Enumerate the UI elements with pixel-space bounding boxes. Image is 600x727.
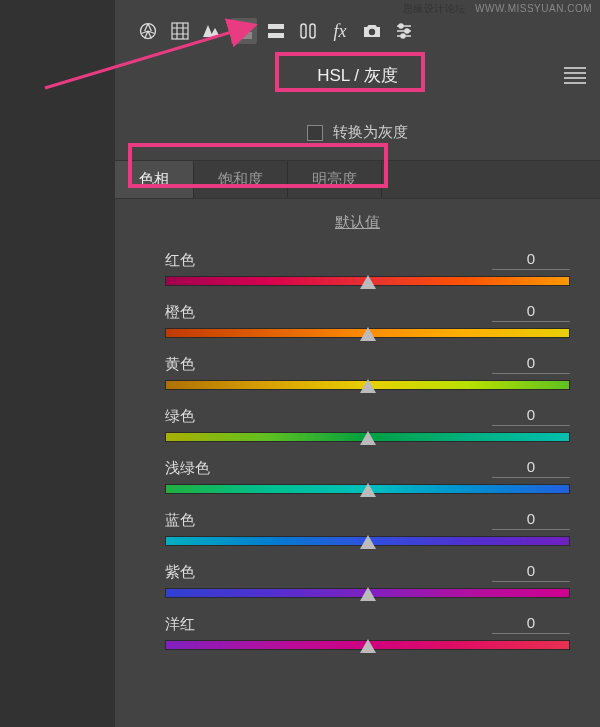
svg-point-10 xyxy=(405,29,409,33)
slider-track[interactable] xyxy=(165,328,570,338)
slider-thumb[interactable] xyxy=(360,587,376,601)
tab-luminance[interactable]: 明亮度 xyxy=(288,161,382,198)
slider-value[interactable]: 0 xyxy=(492,406,570,426)
slider-label: 橙色 xyxy=(165,303,195,322)
svg-rect-2 xyxy=(236,23,252,30)
slider-label: 黄色 xyxy=(165,355,195,374)
grayscale-label: 转换为灰度 xyxy=(333,123,408,142)
slider-row: 浅绿色0 xyxy=(165,458,570,494)
slider-label: 浅绿色 xyxy=(165,459,210,478)
slider-thumb[interactable] xyxy=(360,275,376,289)
slider-track[interactable] xyxy=(165,536,570,546)
slider-label: 蓝色 xyxy=(165,511,195,530)
hsl-tabs: 色相 饱和度 明亮度 xyxy=(115,160,600,199)
svg-rect-5 xyxy=(268,33,284,38)
svg-rect-4 xyxy=(268,24,284,29)
svg-point-9 xyxy=(399,24,403,28)
slider-track[interactable] xyxy=(165,432,570,442)
slider-row: 紫色0 xyxy=(165,562,570,598)
slider-thumb[interactable] xyxy=(360,639,376,653)
camera-icon[interactable] xyxy=(359,18,385,44)
slider-track[interactable] xyxy=(165,276,570,286)
lens-icon[interactable] xyxy=(295,18,321,44)
panel-title: HSL / 灰度 xyxy=(297,58,418,93)
triangles-icon[interactable] xyxy=(199,18,225,44)
slider-label: 洋红 xyxy=(165,615,195,634)
slider-value[interactable]: 0 xyxy=(492,354,570,374)
hsl-panel-icon[interactable] xyxy=(231,18,257,44)
sliders-icon[interactable] xyxy=(391,18,417,44)
tab-hue[interactable]: 色相 xyxy=(115,161,194,198)
slider-value[interactable]: 0 xyxy=(492,510,570,530)
slider-thumb[interactable] xyxy=(360,327,376,341)
slider-row: 橙色0 xyxy=(165,302,570,338)
slider-track[interactable] xyxy=(165,640,570,650)
slider-track[interactable] xyxy=(165,588,570,598)
slider-label: 绿色 xyxy=(165,407,195,426)
svg-point-8 xyxy=(369,29,375,35)
fx-icon[interactable]: fx xyxy=(327,18,353,44)
slider-label: 红色 xyxy=(165,251,195,270)
slider-row: 绿色0 xyxy=(165,406,570,442)
grid-icon[interactable] xyxy=(167,18,193,44)
watermark: 思缘设计论坛 WWW.MISSYUAN.COM xyxy=(403,2,592,16)
slider-row: 红色0 xyxy=(165,250,570,286)
grayscale-checkbox[interactable] xyxy=(307,125,323,141)
default-link[interactable]: 默认值 xyxy=(335,213,380,230)
svg-rect-6 xyxy=(301,24,306,38)
slider-row: 蓝色0 xyxy=(165,510,570,546)
tab-saturation[interactable]: 饱和度 xyxy=(194,161,288,198)
slider-value[interactable]: 0 xyxy=(492,458,570,478)
slider-track[interactable] xyxy=(165,380,570,390)
aperture-icon[interactable] xyxy=(135,18,161,44)
slider-thumb[interactable] xyxy=(360,483,376,497)
svg-rect-7 xyxy=(310,24,315,38)
svg-rect-3 xyxy=(236,32,252,39)
slider-row: 洋红0 xyxy=(165,614,570,650)
slider-list: 红色0橙色0黄色0绿色0浅绿色0蓝色0紫色0洋红0 xyxy=(115,250,600,650)
slider-row: 黄色0 xyxy=(165,354,570,390)
slider-thumb[interactable] xyxy=(360,379,376,393)
split-icon[interactable] xyxy=(263,18,289,44)
menu-icon[interactable] xyxy=(564,65,586,87)
slider-value[interactable]: 0 xyxy=(492,302,570,322)
slider-value[interactable]: 0 xyxy=(492,562,570,582)
svg-rect-1 xyxy=(172,23,188,39)
slider-track[interactable] xyxy=(165,484,570,494)
slider-thumb[interactable] xyxy=(360,431,376,445)
slider-value[interactable]: 0 xyxy=(492,614,570,634)
slider-thumb[interactable] xyxy=(360,535,376,549)
slider-label: 紫色 xyxy=(165,563,195,582)
svg-point-11 xyxy=(401,34,405,38)
slider-value[interactable]: 0 xyxy=(492,250,570,270)
